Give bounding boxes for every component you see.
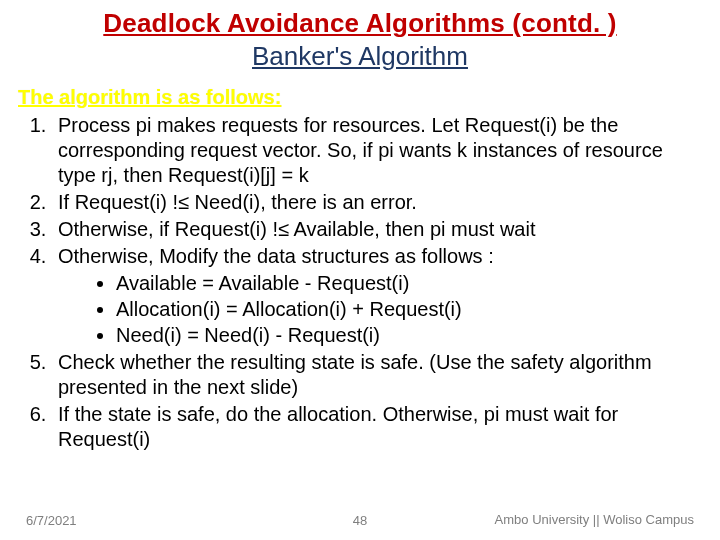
substep-item: Available = Available - Request(i) [116, 271, 702, 296]
step-item: Otherwise, Modify the data structures as… [52, 244, 702, 348]
substep-item: Need(i) = Need(i) - Request(i) [116, 323, 702, 348]
step-text: Otherwise, Modify the data structures as… [58, 245, 494, 267]
step-item: Check whether the resulting state is saf… [52, 350, 702, 400]
slide-title-sub: Banker's Algorithm [18, 41, 702, 72]
steps-list: Process pi makes requests for resources.… [18, 113, 702, 452]
step-item: If the state is safe, do the allocation.… [52, 402, 702, 452]
step-item: Otherwise, if Request(i) !≤ Available, t… [52, 217, 702, 242]
substep-item: Allocation(i) = Allocation(i) + Request(… [116, 297, 702, 322]
step-item: Process pi makes requests for resources.… [52, 113, 702, 188]
footer-org: Ambo University || Woliso Campus [495, 512, 694, 528]
substeps-list: Available = Available - Request(i) Alloc… [58, 271, 702, 348]
slide: Deadlock Avoidance Algorithms (contd. ) … [0, 0, 720, 540]
title-block: Deadlock Avoidance Algorithms (contd. ) … [18, 8, 702, 72]
slide-title-main: Deadlock Avoidance Algorithms (contd. ) [18, 8, 702, 39]
intro-line: The algorithm is as follows: [18, 86, 702, 109]
step-item: If Request(i) !≤ Need(i), there is an er… [52, 190, 702, 215]
footer: 6/7/2021 48 Ambo University || Woliso Ca… [0, 512, 720, 528]
footer-page: 48 [353, 513, 367, 528]
footer-date: 6/7/2021 [26, 513, 77, 528]
